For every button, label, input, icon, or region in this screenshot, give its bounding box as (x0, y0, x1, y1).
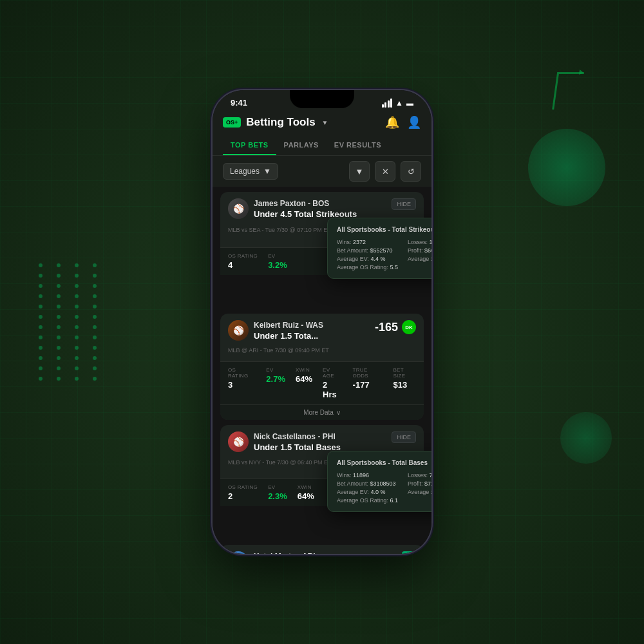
popup-header-0: All Sportsbooks - Total Strikeouts 11.0 … (337, 226, 431, 234)
stat-ev-label-0: EV (268, 253, 287, 259)
bet-card-1: ⚾ Keibert Ruiz - WAS Under 1.5 Tota... -… (220, 314, 424, 420)
tabs-bar: TOP BETS PARLAYS EV RESULTS (213, 135, 431, 156)
player-info-3: ⚾ Ketel Marte - ARI Under 1.5 Total Base… (228, 551, 343, 554)
tab-ev-results[interactable]: EV RESULTS (327, 135, 389, 155)
bet-card-3-inner: ⚾ Ketel Marte - ARI Under 1.5 Total Base… (220, 545, 424, 554)
popup-avg-xwin-0: Average xWin: 53.8 % (408, 256, 431, 262)
stat-os-value-0: 4 (228, 260, 258, 270)
sportsbook-logo-1: DK (402, 320, 416, 334)
hide-button-0[interactable]: HIDE (392, 198, 416, 210)
bet-card-0: ⚾ James Paxton - BOS Under 4.5 Total Str… (220, 192, 424, 275)
stat-bet-size-value-1: $13 (393, 380, 416, 390)
stat-ev-1: EV 2.7% (266, 367, 285, 399)
player-info-1: ⚾ Keibert Ruiz - WAS Under 1.5 Tota... (228, 320, 323, 341)
stat-ev-value-2: 2.3% (268, 491, 287, 501)
stat-ev-0: EV 3.2% (268, 253, 287, 270)
popup-avg-ev-2: Average EV: 4.0 % (337, 489, 401, 495)
stat-os-value-1: 3 (228, 380, 256, 390)
tab-parlays[interactable]: PARLAYS (276, 135, 327, 155)
bets-scroll-area[interactable]: ⚾ James Paxton - BOS Under 4.5 Total Str… (213, 187, 431, 554)
stat-xwin-1: xWin 64% (296, 367, 312, 399)
popup-title-2: All Sportsbooks - Total Bases (337, 459, 428, 467)
bet-line-1: Under 1.5 Tota... (254, 331, 323, 341)
stat-os-rating-0: OS Rating 4 (228, 253, 258, 270)
player-name-3: Ketel Marte - ARI (254, 552, 343, 554)
player-name-0: James Paxton - BOS (254, 199, 357, 208)
stat-ev-age-value-1: 2 Hrs (323, 380, 343, 399)
hide-button-2[interactable]: HIDE (392, 431, 416, 443)
odds-1: -165 (375, 321, 398, 334)
phone-frame: 9:41 ▲ ▬ OS+ Betting Tools (213, 90, 431, 554)
app-header: OS+ Betting Tools ▼ 🔔 👤 (213, 110, 431, 135)
bg-dots-left: for(let i=0;i<48;i++) document.currentSc… (39, 263, 104, 381)
header-right: 🔔 👤 (385, 115, 421, 129)
popup-header-2: All Sportsbooks - Total Bases 2.3 % (337, 459, 431, 467)
stat-bet-size-1: Bet Size $13 (393, 367, 416, 399)
stat-true-odds-1: True Odds -177 (353, 367, 383, 399)
stat-xwin-value-2: 64% (298, 491, 314, 501)
status-time: 9:41 (231, 98, 247, 108)
title-dropdown-icon[interactable]: ▼ (322, 119, 328, 126)
stat-ev-value-1: 2.7% (266, 374, 285, 384)
popup-bet-amount-0: Bet Amount: $552570 (337, 247, 401, 254)
bet-card-0-header: ⚾ James Paxton - BOS Under 4.5 Total Str… (228, 198, 416, 219)
bet-card-2: ⚾ Nick Castellanos - PHI Under 1.5 Total… (220, 425, 424, 506)
popup-bet-amount-2: Bet Amount: $3108503 (337, 480, 401, 487)
tab-top-bets[interactable]: TOP BETS (223, 135, 276, 155)
popup-wins-0: Wins: 2372 (337, 239, 401, 245)
popup-profit-0: Profit: $60892 (408, 247, 431, 254)
sportsbook-logo-3: G (402, 551, 416, 554)
player-details-0: James Paxton - BOS Under 4.5 Total Strik… (254, 199, 357, 219)
player-details-3: Ketel Marte - ARI Under 1.5 Total Base..… (254, 552, 343, 554)
stat-os-value-2: 2 (228, 491, 258, 501)
filter-button[interactable]: ▼ (349, 161, 370, 182)
popup-avg-ev-0: Average EV: 4.4 % (337, 256, 401, 262)
status-icons: ▲ ▬ (382, 99, 413, 108)
popup-avg-xwin-2: Average xWin: 61.5 % (408, 489, 431, 495)
wifi-icon: ▲ (395, 99, 403, 108)
popup-wins-2: Wins: 11896 (337, 472, 401, 478)
stat-os-rating-2: OS Rating 2 (228, 484, 258, 501)
player-info-0: ⚾ James Paxton - BOS Under 4.5 Total Str… (228, 198, 357, 219)
player-avatar-3: ⚾ (228, 551, 249, 554)
phone-notch (290, 90, 354, 108)
player-avatar-2: ⚾ (228, 431, 249, 452)
header-left: OS+ Betting Tools ▼ (223, 116, 328, 129)
stat-ev-age-1: EV Age 2 Hrs (323, 367, 343, 399)
popup-stats-2: Wins: 11896 Losses: 7899 Bet Amount: $31… (337, 472, 431, 504)
clear-button[interactable]: ✕ (375, 161, 395, 182)
battery-icon: ▬ (406, 99, 413, 107)
phone-screen: 9:41 ▲ ▬ OS+ Betting Tools (213, 90, 431, 554)
stat-ev-2: EV 2.3% (268, 484, 287, 501)
bet-card-3: ⚾ Ketel Marte - ARI Under 1.5 Total Base… (220, 545, 424, 554)
player-details-2: Nick Castellanos - PHI Under 1.5 Total B… (254, 432, 341, 452)
bg-circle-1 (528, 129, 605, 206)
player-name-1: Keibert Ruiz - WAS (254, 321, 323, 330)
stats-row-1: OS Rating 3 EV 2.7% xWin 64% EV Age (220, 361, 424, 404)
profile-icon[interactable]: 👤 (407, 115, 421, 129)
stat-os-rating-1: OS Rating 3 (228, 367, 256, 399)
more-data-chevron-1: ∨ (336, 409, 341, 416)
player-name-2: Nick Castellanos - PHI (254, 432, 341, 441)
more-data-1[interactable]: More Data ∨ (220, 404, 424, 420)
bet-card-2-header: ⚾ Nick Castellanos - PHI Under 1.5 Total… (228, 431, 416, 452)
bg-circle-2 (560, 412, 612, 464)
popup-title-0: All Sportsbooks - Total Strikeouts (337, 226, 431, 234)
player-avatar-0: ⚾ (228, 198, 249, 219)
refresh-button[interactable]: ↺ (401, 161, 421, 182)
player-avatar-1: ⚾ (228, 320, 249, 341)
signal-icon (382, 99, 393, 108)
bet-card-1-header: ⚾ Keibert Ruiz - WAS Under 1.5 Tota... -… (228, 320, 416, 341)
stat-true-odds-value-1: -177 (353, 380, 383, 390)
leagues-button[interactable]: Leagues ▼ (223, 163, 278, 180)
bet-card-3-header: ⚾ Ketel Marte - ARI Under 1.5 Total Base… (228, 551, 416, 554)
page-wrapper: for(let i=0;i<48;i++) document.currentSc… (0, 0, 644, 644)
notification-icon[interactable]: 🔔 (385, 115, 399, 129)
player-details-1: Keibert Ruiz - WAS Under 1.5 Tota... (254, 321, 323, 341)
popup-losses-2: Losses: 7899 (408, 472, 431, 478)
bet-meta-0: MLB vs SEA - Tue 7/30 @ 07:10 PM ET (228, 227, 331, 233)
stat-os-label-0: OS Rating (228, 253, 258, 259)
filter-icons: ▼ ✕ ↺ (349, 161, 421, 182)
leagues-dropdown-icon: ▼ (263, 167, 271, 176)
bet-meta-2: MLB vs NYY - Tue 7/30 @ 06:40 PM ET (228, 459, 332, 466)
